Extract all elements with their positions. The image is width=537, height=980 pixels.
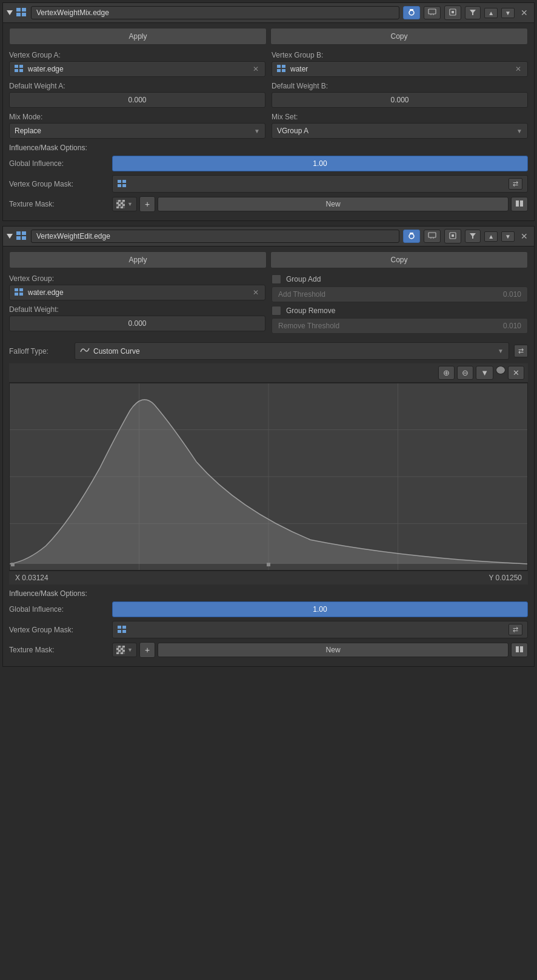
panel1-down-btn[interactable]: ▼ bbox=[501, 8, 515, 18]
panel1-apply-btn[interactable]: Apply bbox=[9, 28, 267, 45]
panel1-global-influence-row: Global Influence: 1.00 bbox=[9, 156, 528, 171]
panel1-mix-set-dropdown[interactable]: VGroup A ▼ bbox=[272, 123, 528, 139]
panel2-curve-area[interactable] bbox=[9, 383, 528, 571]
panel1-vgroup-b-clear[interactable]: ✕ bbox=[514, 65, 522, 73]
panel2-texture-mask-row: Texture Mask: ▼ + New bbox=[9, 642, 528, 658]
panel2-filter-btn[interactable] bbox=[465, 230, 481, 243]
svg-rect-40 bbox=[15, 293, 18, 296]
panel1-transform-btn[interactable] bbox=[444, 5, 461, 20]
panel2-add-threshold-label: Add Threshold bbox=[278, 290, 325, 299]
panel1-vgroup-a-clear[interactable]: ✕ bbox=[252, 65, 260, 73]
panel2-apply-btn[interactable]: Apply bbox=[9, 251, 267, 268]
panel1-vgroup-a-col: Vertex Group A: water.edge ✕ bbox=[9, 51, 265, 77]
panel2-collapse-icon[interactable] bbox=[7, 234, 13, 239]
panel2-curve-circle-btn[interactable] bbox=[496, 366, 505, 374]
panel2-texture-mask-label: Texture Mask: bbox=[9, 646, 112, 654]
panel2-curve-zoom-in-btn[interactable]: ⊕ bbox=[438, 366, 455, 380]
panel1-vgroup-row: Vertex Group A: water.edge ✕ Vertex Grou… bbox=[9, 51, 528, 77]
panel2-add-threshold-btn[interactable]: Add Threshold 0.010 bbox=[272, 286, 528, 302]
svg-rect-51 bbox=[122, 626, 126, 629]
svg-rect-26 bbox=[16, 231, 21, 235]
panel2-group-add-row: Group Add bbox=[272, 274, 528, 284]
panel2-monitor-btn[interactable] bbox=[424, 230, 441, 243]
panel2-curve-x: X 0.03124 bbox=[15, 574, 48, 582]
panel2-vgroup-mask-swap[interactable]: ⇄ bbox=[509, 624, 522, 635]
svg-rect-18 bbox=[277, 69, 281, 72]
panel2-vgroup-mask-control[interactable]: ⇄ bbox=[112, 621, 528, 638]
panel2-curve-zoom-out-btn[interactable]: ⊖ bbox=[457, 366, 473, 380]
panel2-group-add-checkbox[interactable] bbox=[272, 274, 281, 284]
svg-rect-32 bbox=[429, 233, 436, 237]
panel2-down-btn[interactable]: ▼ bbox=[501, 231, 515, 242]
svg-rect-2 bbox=[16, 13, 21, 16]
panel1-grid-icon bbox=[16, 8, 27, 18]
panel1-texture-show-btn[interactable] bbox=[511, 197, 528, 211]
panel1-body: Apply Copy Vertex Group A: water.edge ✕ … bbox=[3, 23, 534, 220]
panel2-vgroup-clear[interactable]: ✕ bbox=[252, 288, 260, 297]
panel1-close-btn[interactable]: ✕ bbox=[518, 7, 530, 19]
panel2-vgroup-input[interactable]: water.edge ✕ bbox=[9, 285, 265, 300]
panel2-action-row: Apply Copy bbox=[9, 251, 528, 268]
panel1-mix-set-arrow: ▼ bbox=[516, 128, 522, 134]
panel2-camera-btn[interactable] bbox=[403, 230, 420, 243]
svg-rect-6 bbox=[429, 9, 436, 14]
panel2-texture-show-btn[interactable] bbox=[511, 643, 528, 657]
panel2-falloff-label: Falloff Type: bbox=[9, 347, 70, 356]
svg-rect-52 bbox=[118, 630, 121, 633]
panel1-weight-b-field[interactable]: 0.000 bbox=[272, 92, 528, 108]
panel2-texture-add-btn[interactable]: + bbox=[139, 642, 155, 658]
panel2-up-btn[interactable]: ▲ bbox=[484, 231, 498, 242]
panel1-vgroup-mask-swap[interactable]: ⇄ bbox=[509, 178, 522, 190]
panel1-camera-btn[interactable] bbox=[403, 6, 420, 19]
panel1-copy-btn[interactable]: Copy bbox=[270, 28, 528, 45]
collapse-icon[interactable] bbox=[7, 10, 13, 15]
panel1-texture-select[interactable]: ▼ bbox=[112, 197, 137, 211]
panel2-copy-btn[interactable]: Copy bbox=[270, 251, 528, 268]
panel2-remove-threshold-btn[interactable]: Remove Threshold 0.010 bbox=[272, 318, 528, 334]
panel1-texture-mask-label: Texture Mask: bbox=[9, 200, 112, 208]
panel2-global-influence-bar[interactable]: 1.00 bbox=[112, 601, 528, 617]
panel1-mix-mode-arrow: ▼ bbox=[254, 128, 260, 134]
svg-rect-16 bbox=[277, 65, 281, 68]
panel1-mix-mode-label: Mix Mode: bbox=[9, 113, 265, 121]
svg-rect-49 bbox=[267, 563, 270, 566]
panel1-vgroup-a-input[interactable]: water.edge ✕ bbox=[9, 61, 265, 77]
panel1-vgroup-b-icon bbox=[277, 64, 287, 74]
panel2-default-weight-field[interactable]: 0.000 bbox=[9, 316, 265, 331]
panel2-falloff-dropdown-arrow: ▼ bbox=[498, 348, 504, 354]
panel2-header: VertexWeightEdit.edge ▲ ▼ ✕ bbox=[3, 227, 534, 247]
panel2-close-btn[interactable]: ✕ bbox=[518, 230, 530, 242]
panel2-texture-arrow: ▼ bbox=[127, 647, 133, 653]
panel2-falloff-swap-btn[interactable]: ⇄ bbox=[514, 345, 528, 357]
panel1-mix-set-value: VGroup A bbox=[277, 127, 309, 135]
panel1-mix-set-label: Mix Set: bbox=[272, 113, 528, 121]
svg-rect-23 bbox=[122, 184, 126, 187]
panel2-texture-select[interactable]: ▼ bbox=[112, 643, 137, 657]
panel2-group-remove-checkbox[interactable] bbox=[272, 306, 281, 316]
svg-rect-3 bbox=[22, 13, 26, 16]
panel2-falloff-dropdown[interactable]: Custom Curve ▼ bbox=[75, 342, 509, 360]
panel2-curve-y: Y 0.01250 bbox=[489, 574, 522, 582]
panel1-vgroup-mask-control[interactable]: ⇄ bbox=[112, 175, 528, 193]
svg-rect-1 bbox=[22, 8, 26, 12]
panel2-transform-btn[interactable] bbox=[444, 229, 461, 243]
panel1-mix-mode-dropdown[interactable]: Replace ▼ bbox=[9, 123, 265, 139]
panel1-weight-a-field[interactable]: 0.000 bbox=[9, 92, 265, 108]
panel1-texture-add-btn[interactable]: + bbox=[139, 196, 155, 212]
panel1-filter-btn[interactable] bbox=[465, 6, 481, 19]
panel2-vgroup-mask-icon bbox=[118, 625, 127, 635]
panel2-curve-dropdown-btn[interactable]: ▼ bbox=[476, 366, 493, 380]
panel1-texture-new-btn[interactable]: New bbox=[158, 197, 509, 211]
panel2-texture-new-btn[interactable]: New bbox=[158, 643, 509, 657]
panel1-monitor-btn[interactable] bbox=[424, 6, 441, 19]
panel1-vgroup-a-icon bbox=[15, 64, 24, 74]
panel1-vgroup-a-value: water.edge bbox=[28, 65, 248, 73]
panel1-global-influence-bar[interactable]: 1.00 bbox=[112, 156, 528, 171]
svg-rect-19 bbox=[282, 69, 285, 72]
panel2-curve-close-btn[interactable]: ✕ bbox=[508, 366, 524, 380]
panel1-up-btn[interactable]: ▲ bbox=[484, 8, 498, 18]
panel1-vgroup-b-input[interactable]: water ✕ bbox=[272, 61, 528, 77]
panel1-texture-control: ▼ + New bbox=[112, 196, 528, 212]
panel2-title: VertexWeightEdit.edge bbox=[31, 230, 399, 243]
panel2-add-threshold-value: 0.010 bbox=[503, 290, 521, 299]
